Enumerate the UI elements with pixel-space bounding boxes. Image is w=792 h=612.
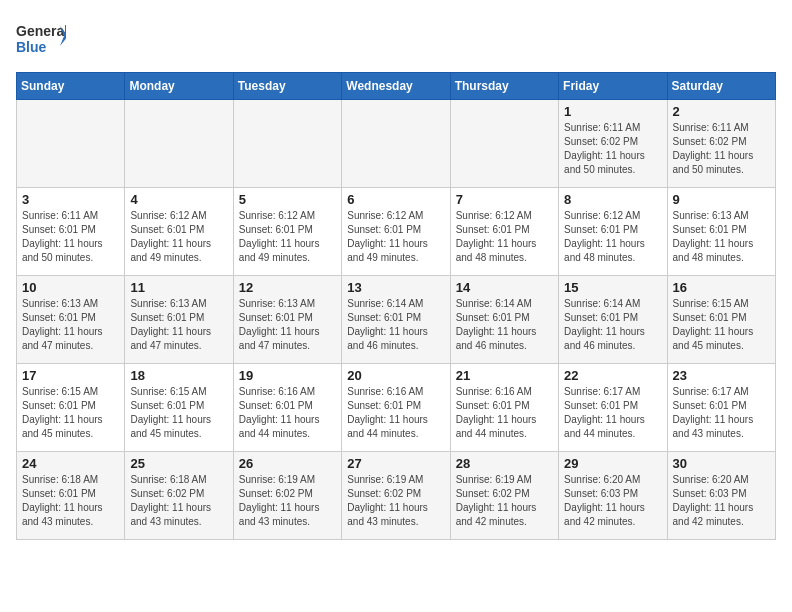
calendar-cell <box>342 100 450 188</box>
logo-svg: General Blue <box>16 16 66 60</box>
day-info: Sunrise: 6:13 AM Sunset: 6:01 PM Dayligh… <box>239 297 336 353</box>
day-number: 1 <box>564 104 661 119</box>
calendar-cell: 14Sunrise: 6:14 AM Sunset: 6:01 PM Dayli… <box>450 276 558 364</box>
calendar-cell: 11Sunrise: 6:13 AM Sunset: 6:01 PM Dayli… <box>125 276 233 364</box>
day-number: 30 <box>673 456 770 471</box>
logo: General Blue <box>16 16 66 60</box>
day-number: 15 <box>564 280 661 295</box>
calendar-cell: 30Sunrise: 6:20 AM Sunset: 6:03 PM Dayli… <box>667 452 775 540</box>
day-info: Sunrise: 6:12 AM Sunset: 6:01 PM Dayligh… <box>456 209 553 265</box>
day-number: 4 <box>130 192 227 207</box>
calendar-cell: 29Sunrise: 6:20 AM Sunset: 6:03 PM Dayli… <box>559 452 667 540</box>
calendar-cell: 15Sunrise: 6:14 AM Sunset: 6:01 PM Dayli… <box>559 276 667 364</box>
day-info: Sunrise: 6:20 AM Sunset: 6:03 PM Dayligh… <box>673 473 770 529</box>
day-number: 9 <box>673 192 770 207</box>
calendar-cell: 26Sunrise: 6:19 AM Sunset: 6:02 PM Dayli… <box>233 452 341 540</box>
svg-text:Blue: Blue <box>16 39 47 55</box>
day-info: Sunrise: 6:11 AM Sunset: 6:01 PM Dayligh… <box>22 209 119 265</box>
calendar-cell: 6Sunrise: 6:12 AM Sunset: 6:01 PM Daylig… <box>342 188 450 276</box>
day-info: Sunrise: 6:17 AM Sunset: 6:01 PM Dayligh… <box>673 385 770 441</box>
calendar-cell: 18Sunrise: 6:15 AM Sunset: 6:01 PM Dayli… <box>125 364 233 452</box>
day-number: 27 <box>347 456 444 471</box>
calendar-cell: 28Sunrise: 6:19 AM Sunset: 6:02 PM Dayli… <box>450 452 558 540</box>
day-number: 3 <box>22 192 119 207</box>
calendar-cell <box>125 100 233 188</box>
day-number: 6 <box>347 192 444 207</box>
calendar-week-row: 1Sunrise: 6:11 AM Sunset: 6:02 PM Daylig… <box>17 100 776 188</box>
calendar-cell: 12Sunrise: 6:13 AM Sunset: 6:01 PM Dayli… <box>233 276 341 364</box>
day-info: Sunrise: 6:13 AM Sunset: 6:01 PM Dayligh… <box>22 297 119 353</box>
calendar-cell: 23Sunrise: 6:17 AM Sunset: 6:01 PM Dayli… <box>667 364 775 452</box>
day-info: Sunrise: 6:16 AM Sunset: 6:01 PM Dayligh… <box>347 385 444 441</box>
day-info: Sunrise: 6:17 AM Sunset: 6:01 PM Dayligh… <box>564 385 661 441</box>
calendar-cell <box>450 100 558 188</box>
calendar-week-row: 24Sunrise: 6:18 AM Sunset: 6:01 PM Dayli… <box>17 452 776 540</box>
day-number: 26 <box>239 456 336 471</box>
day-info: Sunrise: 6:15 AM Sunset: 6:01 PM Dayligh… <box>673 297 770 353</box>
day-info: Sunrise: 6:19 AM Sunset: 6:02 PM Dayligh… <box>456 473 553 529</box>
day-number: 12 <box>239 280 336 295</box>
day-number: 10 <box>22 280 119 295</box>
day-number: 23 <box>673 368 770 383</box>
day-info: Sunrise: 6:20 AM Sunset: 6:03 PM Dayligh… <box>564 473 661 529</box>
day-number: 24 <box>22 456 119 471</box>
calendar-cell: 17Sunrise: 6:15 AM Sunset: 6:01 PM Dayli… <box>17 364 125 452</box>
day-info: Sunrise: 6:12 AM Sunset: 6:01 PM Dayligh… <box>347 209 444 265</box>
day-info: Sunrise: 6:13 AM Sunset: 6:01 PM Dayligh… <box>673 209 770 265</box>
day-info: Sunrise: 6:19 AM Sunset: 6:02 PM Dayligh… <box>347 473 444 529</box>
day-number: 17 <box>22 368 119 383</box>
calendar-cell: 19Sunrise: 6:16 AM Sunset: 6:01 PM Dayli… <box>233 364 341 452</box>
day-number: 19 <box>239 368 336 383</box>
calendar-cell: 24Sunrise: 6:18 AM Sunset: 6:01 PM Dayli… <box>17 452 125 540</box>
day-number: 11 <box>130 280 227 295</box>
day-header-friday: Friday <box>559 73 667 100</box>
day-number: 21 <box>456 368 553 383</box>
day-info: Sunrise: 6:14 AM Sunset: 6:01 PM Dayligh… <box>456 297 553 353</box>
day-number: 7 <box>456 192 553 207</box>
calendar-cell: 22Sunrise: 6:17 AM Sunset: 6:01 PM Dayli… <box>559 364 667 452</box>
day-info: Sunrise: 6:14 AM Sunset: 6:01 PM Dayligh… <box>564 297 661 353</box>
day-number: 20 <box>347 368 444 383</box>
calendar-table: SundayMondayTuesdayWednesdayThursdayFrid… <box>16 72 776 540</box>
day-header-thursday: Thursday <box>450 73 558 100</box>
day-header-wednesday: Wednesday <box>342 73 450 100</box>
calendar-cell: 13Sunrise: 6:14 AM Sunset: 6:01 PM Dayli… <box>342 276 450 364</box>
calendar-cell <box>17 100 125 188</box>
day-info: Sunrise: 6:18 AM Sunset: 6:02 PM Dayligh… <box>130 473 227 529</box>
calendar-cell: 27Sunrise: 6:19 AM Sunset: 6:02 PM Dayli… <box>342 452 450 540</box>
day-info: Sunrise: 6:14 AM Sunset: 6:01 PM Dayligh… <box>347 297 444 353</box>
calendar-body: 1Sunrise: 6:11 AM Sunset: 6:02 PM Daylig… <box>17 100 776 540</box>
day-number: 14 <box>456 280 553 295</box>
day-number: 13 <box>347 280 444 295</box>
day-number: 2 <box>673 104 770 119</box>
calendar-cell: 10Sunrise: 6:13 AM Sunset: 6:01 PM Dayli… <box>17 276 125 364</box>
day-header-saturday: Saturday <box>667 73 775 100</box>
page-header: General Blue <box>16 16 776 60</box>
day-info: Sunrise: 6:12 AM Sunset: 6:01 PM Dayligh… <box>130 209 227 265</box>
calendar-header-row: SundayMondayTuesdayWednesdayThursdayFrid… <box>17 73 776 100</box>
calendar-week-row: 10Sunrise: 6:13 AM Sunset: 6:01 PM Dayli… <box>17 276 776 364</box>
calendar-cell: 21Sunrise: 6:16 AM Sunset: 6:01 PM Dayli… <box>450 364 558 452</box>
calendar-cell: 1Sunrise: 6:11 AM Sunset: 6:02 PM Daylig… <box>559 100 667 188</box>
day-info: Sunrise: 6:16 AM Sunset: 6:01 PM Dayligh… <box>239 385 336 441</box>
calendar-cell: 3Sunrise: 6:11 AM Sunset: 6:01 PM Daylig… <box>17 188 125 276</box>
calendar-cell: 25Sunrise: 6:18 AM Sunset: 6:02 PM Dayli… <box>125 452 233 540</box>
calendar-cell: 20Sunrise: 6:16 AM Sunset: 6:01 PM Dayli… <box>342 364 450 452</box>
svg-text:General: General <box>16 23 66 39</box>
day-number: 5 <box>239 192 336 207</box>
calendar-cell: 4Sunrise: 6:12 AM Sunset: 6:01 PM Daylig… <box>125 188 233 276</box>
day-info: Sunrise: 6:13 AM Sunset: 6:01 PM Dayligh… <box>130 297 227 353</box>
day-header-tuesday: Tuesday <box>233 73 341 100</box>
day-info: Sunrise: 6:15 AM Sunset: 6:01 PM Dayligh… <box>130 385 227 441</box>
day-info: Sunrise: 6:12 AM Sunset: 6:01 PM Dayligh… <box>239 209 336 265</box>
day-info: Sunrise: 6:11 AM Sunset: 6:02 PM Dayligh… <box>564 121 661 177</box>
day-info: Sunrise: 6:19 AM Sunset: 6:02 PM Dayligh… <box>239 473 336 529</box>
day-info: Sunrise: 6:12 AM Sunset: 6:01 PM Dayligh… <box>564 209 661 265</box>
calendar-cell: 2Sunrise: 6:11 AM Sunset: 6:02 PM Daylig… <box>667 100 775 188</box>
day-header-sunday: Sunday <box>17 73 125 100</box>
calendar-cell: 5Sunrise: 6:12 AM Sunset: 6:01 PM Daylig… <box>233 188 341 276</box>
day-info: Sunrise: 6:16 AM Sunset: 6:01 PM Dayligh… <box>456 385 553 441</box>
day-number: 18 <box>130 368 227 383</box>
calendar-cell: 9Sunrise: 6:13 AM Sunset: 6:01 PM Daylig… <box>667 188 775 276</box>
day-number: 22 <box>564 368 661 383</box>
